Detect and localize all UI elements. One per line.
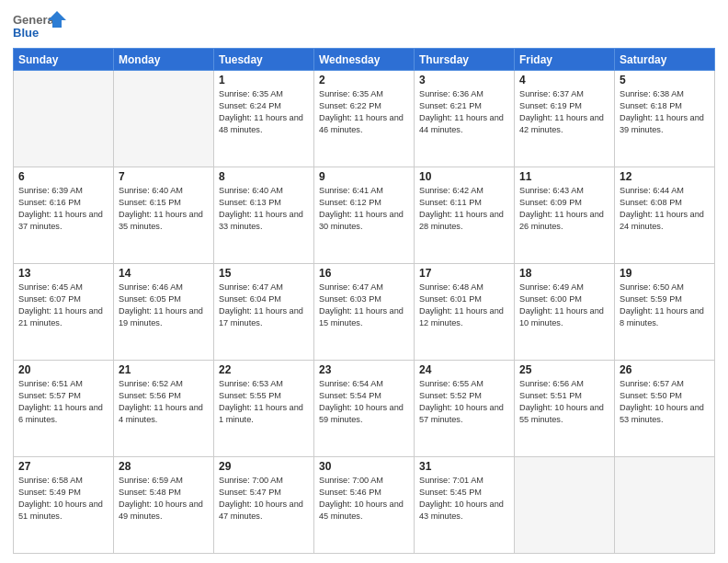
calendar-cell: 16Sunrise: 6:47 AM Sunset: 6:03 PM Dayli…	[314, 264, 415, 361]
calendar-cell: 13Sunrise: 6:45 AM Sunset: 6:07 PM Dayli…	[14, 264, 114, 361]
calendar-cell: 21Sunrise: 6:52 AM Sunset: 5:56 PM Dayli…	[114, 361, 214, 457]
cell-content: Sunrise: 6:40 AM Sunset: 6:15 PM Dayligh…	[119, 185, 209, 233]
calendar-cell: 20Sunrise: 6:51 AM Sunset: 5:57 PM Dayli…	[14, 361, 114, 457]
calendar-cell: 8Sunrise: 6:40 AM Sunset: 6:13 PM Daylig…	[214, 167, 314, 264]
svg-text:Blue: Blue	[13, 26, 39, 40]
calendar-body: 1Sunrise: 6:35 AM Sunset: 6:24 PM Daylig…	[14, 71, 715, 554]
cell-content: Sunrise: 6:41 AM Sunset: 6:12 PM Dayligh…	[319, 185, 409, 233]
calendar-cell: 4Sunrise: 6:37 AM Sunset: 6:19 PM Daylig…	[515, 71, 615, 167]
cell-content: Sunrise: 6:36 AM Sunset: 6:21 PM Dayligh…	[419, 88, 509, 136]
calendar-cell: 12Sunrise: 6:44 AM Sunset: 6:08 PM Dayli…	[615, 167, 715, 264]
week-row-3: 13Sunrise: 6:45 AM Sunset: 6:07 PM Dayli…	[14, 264, 715, 361]
calendar-cell	[515, 457, 615, 554]
week-row-4: 20Sunrise: 6:51 AM Sunset: 5:57 PM Dayli…	[14, 361, 715, 457]
day-number: 18	[519, 267, 609, 280]
day-number: 7	[119, 170, 209, 183]
cell-content: Sunrise: 6:43 AM Sunset: 6:09 PM Dayligh…	[519, 185, 609, 233]
day-number: 22	[219, 363, 309, 376]
cell-content: Sunrise: 6:35 AM Sunset: 6:22 PM Dayligh…	[319, 88, 409, 136]
calendar-cell: 5Sunrise: 6:38 AM Sunset: 6:18 PM Daylig…	[615, 71, 715, 167]
calendar-cell: 27Sunrise: 6:58 AM Sunset: 5:49 PM Dayli…	[14, 457, 114, 554]
day-number: 28	[119, 460, 209, 473]
day-number: 11	[519, 170, 609, 183]
day-number: 14	[119, 267, 209, 280]
cell-content: Sunrise: 6:50 AM Sunset: 5:59 PM Dayligh…	[620, 282, 710, 329]
cell-content: Sunrise: 6:44 AM Sunset: 6:08 PM Dayligh…	[620, 185, 710, 233]
day-number: 8	[219, 170, 309, 183]
cell-content: Sunrise: 6:48 AM Sunset: 6:01 PM Dayligh…	[419, 282, 509, 329]
calendar-cell: 22Sunrise: 6:53 AM Sunset: 5:55 PM Dayli…	[214, 361, 314, 457]
cell-content: Sunrise: 6:37 AM Sunset: 6:19 PM Dayligh…	[519, 88, 609, 136]
day-number: 19	[620, 267, 710, 280]
calendar-cell: 10Sunrise: 6:42 AM Sunset: 6:11 PM Dayli…	[415, 167, 515, 264]
day-number: 16	[319, 267, 409, 280]
day-number: 15	[219, 267, 309, 280]
day-number: 25	[519, 363, 609, 376]
day-number: 20	[18, 363, 108, 376]
week-row-1: 1Sunrise: 6:35 AM Sunset: 6:24 PM Daylig…	[14, 71, 715, 167]
cell-content: Sunrise: 6:52 AM Sunset: 5:56 PM Dayligh…	[119, 378, 209, 426]
day-header-saturday: Saturday	[615, 49, 715, 71]
cell-content: Sunrise: 6:38 AM Sunset: 6:18 PM Dayligh…	[620, 88, 710, 136]
calendar-cell: 24Sunrise: 6:55 AM Sunset: 5:52 PM Dayli…	[415, 361, 515, 457]
calendar-cell: 19Sunrise: 6:50 AM Sunset: 5:59 PM Dayli…	[615, 264, 715, 361]
cell-content: Sunrise: 6:54 AM Sunset: 5:54 PM Dayligh…	[319, 378, 409, 426]
day-number: 1	[219, 74, 309, 86]
day-number: 24	[419, 363, 509, 376]
cell-content: Sunrise: 6:56 AM Sunset: 5:51 PM Dayligh…	[519, 378, 609, 426]
day-number: 21	[119, 363, 209, 376]
calendar-cell: 28Sunrise: 6:59 AM Sunset: 5:48 PM Dayli…	[114, 457, 214, 554]
week-row-5: 27Sunrise: 6:58 AM Sunset: 5:49 PM Dayli…	[14, 457, 715, 554]
day-header-thursday: Thursday	[415, 49, 515, 71]
calendar-cell: 11Sunrise: 6:43 AM Sunset: 6:09 PM Dayli…	[515, 167, 615, 264]
day-number: 27	[18, 460, 108, 473]
day-number: 4	[519, 74, 609, 86]
cell-content: Sunrise: 6:35 AM Sunset: 6:24 PM Dayligh…	[219, 88, 309, 136]
day-header-friday: Friday	[515, 49, 615, 71]
day-number: 9	[319, 170, 409, 183]
week-row-2: 6Sunrise: 6:39 AM Sunset: 6:16 PM Daylig…	[14, 167, 715, 264]
day-number: 26	[620, 363, 710, 376]
cell-content: Sunrise: 6:49 AM Sunset: 6:00 PM Dayligh…	[519, 282, 609, 329]
calendar-cell: 1Sunrise: 6:35 AM Sunset: 6:24 PM Daylig…	[214, 71, 314, 167]
calendar-cell: 17Sunrise: 6:48 AM Sunset: 6:01 PM Dayli…	[415, 264, 515, 361]
day-header-tuesday: Tuesday	[214, 49, 314, 71]
calendar-cell	[114, 71, 214, 167]
day-number: 3	[419, 74, 509, 86]
calendar-cell: 31Sunrise: 7:01 AM Sunset: 5:45 PM Dayli…	[415, 457, 515, 554]
header: GeneralBlue	[13, 9, 715, 42]
calendar-cell: 3Sunrise: 6:36 AM Sunset: 6:21 PM Daylig…	[415, 71, 515, 167]
day-number: 12	[620, 170, 710, 183]
day-header-monday: Monday	[114, 49, 214, 71]
calendar-cell	[14, 71, 114, 167]
cell-content: Sunrise: 6:45 AM Sunset: 6:07 PM Dayligh…	[18, 282, 108, 329]
cell-content: Sunrise: 6:58 AM Sunset: 5:49 PM Dayligh…	[18, 475, 108, 523]
cell-content: Sunrise: 6:47 AM Sunset: 6:04 PM Dayligh…	[219, 282, 309, 329]
cell-content: Sunrise: 6:39 AM Sunset: 6:16 PM Dayligh…	[18, 185, 108, 233]
calendar-header-row: SundayMondayTuesdayWednesdayThursdayFrid…	[14, 49, 715, 71]
calendar-cell: 6Sunrise: 6:39 AM Sunset: 6:16 PM Daylig…	[14, 167, 114, 264]
day-header-sunday: Sunday	[14, 49, 114, 71]
day-number: 17	[419, 267, 509, 280]
logo: GeneralBlue	[13, 9, 68, 42]
day-header-wednesday: Wednesday	[314, 49, 415, 71]
calendar-cell: 29Sunrise: 7:00 AM Sunset: 5:47 PM Dayli…	[214, 457, 314, 554]
day-number: 23	[319, 363, 409, 376]
calendar-cell: 7Sunrise: 6:40 AM Sunset: 6:15 PM Daylig…	[114, 167, 214, 264]
calendar-cell: 18Sunrise: 6:49 AM Sunset: 6:00 PM Dayli…	[515, 264, 615, 361]
day-number: 13	[18, 267, 108, 280]
calendar: SundayMondayTuesdayWednesdayThursdayFrid…	[13, 48, 715, 554]
cell-content: Sunrise: 6:53 AM Sunset: 5:55 PM Dayligh…	[219, 378, 309, 426]
calendar-cell: 14Sunrise: 6:46 AM Sunset: 6:05 PM Dayli…	[114, 264, 214, 361]
cell-content: Sunrise: 7:00 AM Sunset: 5:46 PM Dayligh…	[319, 475, 409, 523]
cell-content: Sunrise: 6:42 AM Sunset: 6:11 PM Dayligh…	[419, 185, 509, 233]
cell-content: Sunrise: 6:47 AM Sunset: 6:03 PM Dayligh…	[319, 282, 409, 329]
cell-content: Sunrise: 6:59 AM Sunset: 5:48 PM Dayligh…	[119, 475, 209, 523]
calendar-cell: 30Sunrise: 7:00 AM Sunset: 5:46 PM Dayli…	[314, 457, 415, 554]
day-number: 29	[219, 460, 309, 473]
calendar-cell: 26Sunrise: 6:57 AM Sunset: 5:50 PM Dayli…	[615, 361, 715, 457]
cell-content: Sunrise: 6:46 AM Sunset: 6:05 PM Dayligh…	[119, 282, 209, 329]
calendar-cell	[615, 457, 715, 554]
calendar-cell: 25Sunrise: 6:56 AM Sunset: 5:51 PM Dayli…	[515, 361, 615, 457]
calendar-cell: 2Sunrise: 6:35 AM Sunset: 6:22 PM Daylig…	[314, 71, 415, 167]
